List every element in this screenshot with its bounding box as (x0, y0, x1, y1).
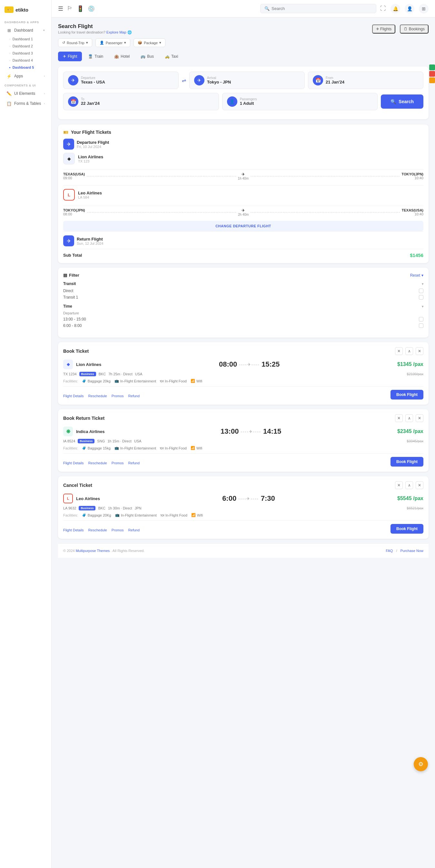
sidebar-sub-dashboard2[interactable]: Dashboard 2 (0, 42, 51, 50)
departure-field[interactable]: ✈ Departure Texas - USA (63, 71, 179, 89)
signpost-icon[interactable]: 🚦 (77, 5, 84, 12)
action-link-1-3[interactable]: Refund (128, 461, 139, 465)
action-link-0-2[interactable]: Promos (112, 394, 124, 398)
tab-flight[interactable]: ✈ Flight (58, 52, 82, 61)
menu-icon[interactable]: ☰ (58, 5, 63, 12)
action-link-0-1[interactable]: Reschedule (88, 394, 107, 398)
departure-label: Departure (81, 76, 174, 80)
sidebar-sub-dashboard3[interactable]: Dashboard 3 (0, 50, 51, 57)
package-label: Package (144, 41, 158, 45)
train-tab-label: Train (94, 54, 103, 59)
lion-airlines-name: Lion Airlines (78, 154, 103, 159)
facility-2-3: 📶Wifi (191, 513, 203, 517)
bell-icon[interactable]: 🔔 (391, 4, 400, 13)
disc-icon[interactable]: 💿 (88, 5, 95, 12)
tab-hotel[interactable]: 🏨 Hotel (109, 52, 134, 61)
logo: 🎫 etikto (0, 3, 51, 18)
facility-icon-1-3: 📶 (191, 446, 195, 450)
dashed-line4 (251, 212, 400, 213)
action-link-2-3[interactable]: Refund (128, 528, 139, 532)
color-strip-red[interactable] (429, 71, 435, 77)
direct-checkbox[interactable] (419, 288, 424, 293)
action-link-2-0[interactable]: Flight Details (63, 528, 84, 532)
time-range1-checkbox[interactable] (419, 317, 424, 321)
sidebar-sub-dashboard5[interactable]: Dashboard 5 (0, 64, 51, 71)
roundtrip-filter[interactable]: ↺ Round-Trip ▾ (58, 38, 92, 47)
color-strip-green[interactable] (429, 64, 435, 70)
hotel-tab-label: Hotel (121, 54, 130, 59)
footer-faq-link[interactable]: FAQ (386, 549, 393, 553)
arrival-field[interactable]: ✈ Arrival Tokyo - JPN (189, 71, 305, 89)
grid-icon[interactable]: ⊞ (419, 4, 429, 13)
package-filter[interactable]: 📦 Package ▾ (133, 38, 165, 47)
from-date-field[interactable]: 📅 From 21 Jan'24 (308, 71, 424, 89)
arrive-time-0: 15:25 (261, 360, 280, 369)
search-input[interactable] (272, 6, 372, 11)
book-card-leo-2: Cancel Ticket ✕ ∧ ✕ L Leo Airlines 6:00 … (58, 476, 429, 539)
change-departure-btn[interactable]: CHANGE DEPARTURE FLIGHT (63, 221, 424, 231)
facility-icon-2-3: 📶 (191, 513, 196, 517)
book-card-ctrl-minimize-1[interactable]: ✕ (395, 414, 403, 422)
bookings-button[interactable]: 🗒 Bookings (400, 25, 429, 34)
book-card-ctrl-minimize-0[interactable]: ✕ (395, 347, 403, 355)
transit-filter-group: Transit ▾ Direct Transit 1 (63, 281, 424, 300)
sidebar-item-apps[interactable]: ⚡ Apps › (2, 71, 49, 81)
action-link-1-2[interactable]: Promos (112, 461, 124, 465)
transit-chevron: ▾ (422, 282, 424, 286)
book-card-ctrl-up-2[interactable]: ∧ (405, 482, 413, 489)
passengers-field[interactable]: 👤 Passengers 1 Adult (222, 93, 378, 110)
explore-map-link[interactable]: Explore Map (106, 30, 126, 34)
departure-flight-title: Departure Flight (77, 140, 109, 145)
sidebar-sub-dashboard4[interactable]: Dashboard 4 (0, 57, 51, 64)
transit1-checkbox[interactable] (419, 295, 424, 300)
tab-train[interactable]: 🚆 Train (83, 52, 108, 61)
book-flight-btn-1[interactable]: Book Flight (391, 457, 424, 467)
sidebar-item-forms-tables[interactable]: 📋 Forms & Tables › (2, 99, 49, 108)
book-card-ctrl-minimize-2[interactable]: ✕ (395, 482, 403, 489)
action-link-1-0[interactable]: Flight Details (63, 461, 84, 465)
filter-icon: ▤ (63, 273, 67, 278)
sidebar-sub-dashboard1[interactable]: Dashboard 1 (0, 35, 51, 42)
to-date-field[interactable]: 📅 To 22 Jan'24 (63, 93, 219, 110)
book-card-title-2: Cancel Ticket (63, 483, 92, 488)
action-link-0-0[interactable]: Flight Details (63, 394, 84, 398)
book-card-ctrl-up-0[interactable]: ∧ (405, 347, 413, 355)
action-link-1-1[interactable]: Reschedule (88, 461, 107, 465)
book-card-ctrl-up-1[interactable]: ∧ (405, 414, 413, 422)
footer-brand-link[interactable]: Multipurpose Themes (76, 549, 110, 553)
book-card-header-2: Cancel Ticket ✕ ∧ ✕ (63, 482, 424, 489)
flights-button[interactable]: ✈ Flights (372, 25, 396, 34)
book-card-ctrl-close-2[interactable]: ✕ (416, 482, 424, 489)
dropdown-icon2: ▾ (124, 41, 126, 45)
action-link-0-3[interactable]: Refund (128, 394, 139, 398)
sidebar-item-ui-elements[interactable]: ✏️ UI Elements › (2, 89, 49, 98)
flag-icon[interactable]: 🏳 (67, 5, 73, 12)
book-flight-btn-0[interactable]: Book Flight (391, 390, 424, 400)
fab-button[interactable]: ⚙ (414, 757, 428, 771)
transit1-filter-option: Transit 1 (63, 295, 424, 300)
tab-taxi[interactable]: 🚕 Taxi (160, 52, 183, 61)
action-link-2-2[interactable]: Promos (112, 528, 124, 532)
passenger-filter[interactable]: 👤 Passenger ▾ (95, 38, 131, 47)
search-button[interactable]: 🔍 Search (381, 94, 424, 108)
swap-icon[interactable]: ⇌ (182, 78, 186, 84)
footer-purchase-link[interactable]: Purchase Now (400, 549, 424, 553)
lion-from: TEXAS(USA) 09:00 (63, 172, 85, 180)
lion-to: TOKYO(JPN) 10:40 (401, 172, 424, 180)
facility-1-0: 🧳Baggage 15kg (82, 446, 111, 450)
book-card-ctrl-close-1[interactable]: ✕ (416, 414, 424, 422)
sidebar-item-dashboard[interactable]: ⊞ Dashboard ▾ (2, 26, 49, 35)
filter-reset[interactable]: Reset ▾ (410, 273, 424, 278)
expand-icon[interactable]: ⛶ (380, 5, 386, 12)
user-icon[interactable]: 👤 (405, 4, 414, 13)
time-range2-checkbox[interactable] (419, 323, 424, 328)
book-flight-btn-2[interactable]: Book Flight (391, 524, 424, 534)
direct-label: Direct (63, 288, 73, 293)
color-strip-orange[interactable] (429, 78, 435, 83)
book-card-ctrl-close-0[interactable]: ✕ (416, 347, 424, 355)
price-display-1: $2345 /pax (397, 429, 424, 434)
facility-icon-2-0: 🧳 (82, 513, 86, 517)
action-link-2-1[interactable]: Reschedule (88, 528, 107, 532)
facility-label-0-0: Baggage 20kg (88, 379, 111, 383)
tab-bus[interactable]: 🚌 Bus (136, 52, 159, 61)
